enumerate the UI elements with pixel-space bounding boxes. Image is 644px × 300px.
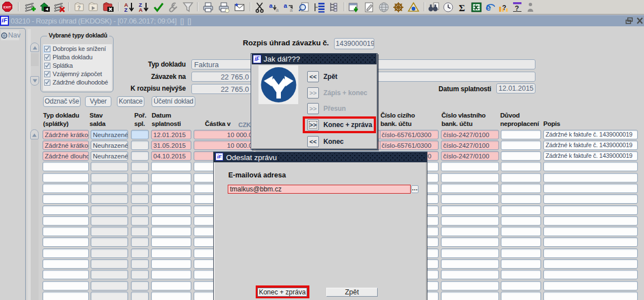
svg-text:Z: Z	[124, 7, 128, 13]
svg-text:e: e	[486, 2, 491, 13]
svg-text:Σ: Σ	[459, 3, 465, 13]
svg-text:?: ?	[515, 4, 519, 12]
svg-text:a: a	[284, 2, 288, 9]
svg-text:a: a	[290, 7, 293, 13]
svg-text:EXIT: EXIT	[3, 6, 11, 9]
svg-text:A: A	[139, 7, 143, 13]
svg-text:a: a	[276, 7, 279, 13]
svg-text:?: ?	[502, 4, 506, 12]
svg-text:a: a	[269, 2, 273, 9]
svg-text:?: ?	[77, 5, 81, 11]
